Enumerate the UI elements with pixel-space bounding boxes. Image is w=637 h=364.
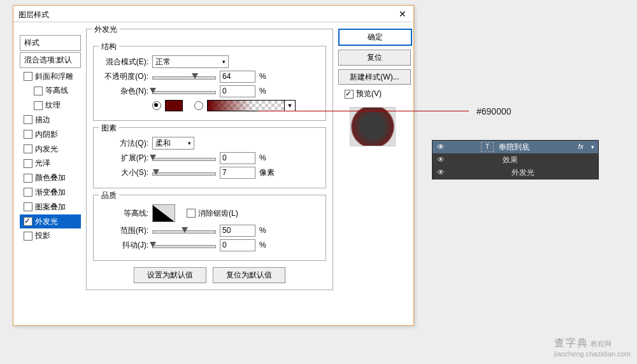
visibility-icon[interactable]: 👁 (436, 155, 445, 165)
set-default-button[interactable]: 设置为默认值 (134, 267, 206, 283)
preview-label: 预览(V) (356, 88, 382, 99)
dialog-title: 图层样式 (18, 10, 49, 20)
glow-color-swatch[interactable] (165, 100, 183, 111)
noise-slider[interactable] (152, 88, 216, 95)
style-item-1[interactable]: 等高线 (20, 83, 81, 98)
style-item-label: 投影 (35, 230, 50, 241)
layer-row[interactable]: 👁 T 奉陪到底 fx ▾ (433, 141, 598, 153)
antialias-label: 消除锯齿(L) (198, 208, 238, 219)
antialias-checkbox[interactable] (187, 209, 196, 218)
fx-badge[interactable]: fx (578, 142, 583, 151)
style-item-label: 光泽 (35, 158, 50, 169)
style-checkbox[interactable] (24, 115, 32, 124)
unit: 像素 (259, 167, 275, 178)
elements-legend: 图素 (99, 123, 119, 134)
chevron-down-icon: ▾ (188, 139, 191, 148)
style-item-label: 等高线 (45, 85, 68, 96)
jitter-input[interactable]: 0 (220, 239, 255, 251)
gradient-picker[interactable] (207, 100, 285, 111)
pct: % (259, 225, 266, 236)
color-radio[interactable] (152, 101, 161, 110)
layer-name: 奉陪到底 (499, 142, 529, 153)
style-list: 样式 混合选项:默认 斜面和浮雕等高线纹理描边内阴影内发光光泽颜色叠加渐变叠加图… (20, 35, 81, 297)
chevron-down-icon[interactable]: ▾ (591, 143, 594, 151)
outer-glow-panel: 外发光 结构 混合模式(E): 正常 ▾ 不透明度(O): 64 (86, 29, 333, 290)
structure-group: 结构 混合模式(E): 正常 ▾ 不透明度(O): 64 % (93, 46, 326, 121)
style-checkbox[interactable] (24, 232, 32, 241)
style-item-10[interactable]: 外发光 (20, 214, 81, 229)
style-item-3[interactable]: 描边 (20, 113, 81, 127)
style-checkbox[interactable] (24, 188, 32, 197)
style-item-4[interactable]: 内阴影 (20, 127, 81, 142)
style-checkbox[interactable] (24, 72, 32, 81)
blend-mode-select[interactable]: 正常 ▾ (152, 55, 229, 68)
style-item-9[interactable]: 图案叠加 (20, 200, 81, 214)
annotation-line (259, 111, 469, 111)
cancel-button[interactable]: 复位 (338, 50, 411, 66)
annotation-hex: #690000 (476, 106, 512, 118)
spread-input[interactable]: 0 (220, 152, 255, 164)
jitter-slider[interactable] (152, 242, 216, 249)
gradient-dropdown-button[interactable]: ▼ (285, 100, 296, 111)
style-checkbox[interactable] (24, 130, 32, 139)
size-label: 大小(S): (99, 167, 148, 178)
jitter-label: 抖动(J): (99, 240, 148, 251)
style-checkbox[interactable] (24, 174, 32, 183)
size-input[interactable]: 7 (220, 167, 255, 179)
noise-label: 杂色(N): (99, 86, 148, 97)
style-item-7[interactable]: 颜色叠加 (20, 171, 81, 185)
effects-row[interactable]: 👁 效果 (433, 153, 598, 166)
style-item-label: 描边 (35, 115, 50, 125)
blend-mode-value: 正常 (155, 57, 171, 67)
pct: % (259, 86, 266, 97)
style-item-0[interactable]: 斜面和浮雕 (20, 69, 81, 84)
text-layer-icon: T (481, 142, 494, 152)
size-slider[interactable] (152, 169, 216, 177)
style-item-11[interactable]: 投影 (20, 228, 81, 243)
effects-label: 效果 (503, 155, 518, 165)
watermark: 查字典 教程网 jiaocheng.chazidian.com (554, 337, 631, 358)
effect-name: 外发光 (512, 167, 534, 178)
style-checkbox[interactable] (24, 144, 32, 153)
elements-group: 图素 方法(Q): 柔和 ▾ 扩展(P): 0 % (93, 127, 326, 188)
spread-label: 扩展(P): (99, 153, 148, 164)
style-item-label: 外发光 (35, 216, 58, 227)
close-icon[interactable]: ✕ (397, 8, 408, 21)
layer-style-dialog: 图层样式 ✕ 样式 混合选项:默认 斜面和浮雕等高线纹理描边内阴影内发光光泽颜色… (13, 5, 414, 326)
range-slider[interactable] (152, 227, 216, 235)
chevron-down-icon: ▾ (222, 58, 225, 66)
styles-header[interactable]: 样式 (20, 35, 81, 51)
range-input[interactable]: 50 (220, 225, 255, 237)
visibility-icon[interactable]: 👁 (436, 142, 445, 153)
style-checkbox[interactable] (24, 202, 32, 211)
gradient-radio[interactable] (194, 101, 203, 110)
method-select[interactable]: 柔和 ▾ (152, 137, 194, 150)
visibility-icon[interactable]: 👁 (436, 167, 445, 178)
style-item-8[interactable]: 渐变叠加 (20, 185, 81, 200)
style-checkbox[interactable] (34, 101, 43, 110)
style-item-label: 颜色叠加 (35, 172, 66, 183)
blend-default-header[interactable]: 混合选项:默认 (20, 52, 81, 68)
style-checkbox[interactable] (24, 159, 32, 168)
opacity-input[interactable]: 64 (220, 71, 255, 83)
style-item-6[interactable]: 光泽 (20, 156, 81, 171)
titlebar: 图层样式 ✕ (13, 6, 413, 22)
opacity-slider[interactable] (152, 73, 216, 81)
opacity-label: 不透明度(O): (99, 71, 148, 82)
ok-button[interactable]: 确定 (338, 29, 412, 46)
pct: % (259, 71, 266, 82)
effect-child-row[interactable]: 👁 外发光 (433, 166, 598, 179)
preview-checkbox[interactable] (345, 90, 354, 99)
range-label: 范围(R): (99, 225, 148, 236)
structure-legend: 结构 (99, 41, 119, 52)
style-checkbox[interactable] (34, 87, 43, 95)
noise-input[interactable]: 0 (220, 85, 255, 97)
contour-picker[interactable] (152, 204, 175, 222)
style-checkbox[interactable] (24, 217, 32, 226)
spread-slider[interactable] (152, 155, 216, 162)
new-style-button[interactable]: 新建样式(W)... (338, 69, 411, 85)
preview-thumbnail (350, 107, 396, 146)
reset-default-button[interactable]: 复位为默认值 (213, 267, 285, 283)
style-item-5[interactable]: 内发光 (20, 142, 81, 157)
style-item-2[interactable]: 纹理 (20, 98, 81, 113)
